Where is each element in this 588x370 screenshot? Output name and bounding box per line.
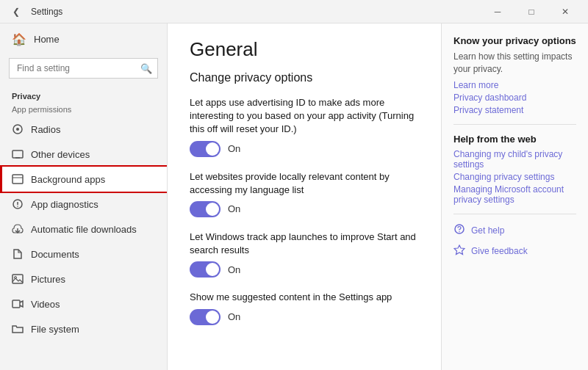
- page-title: General: [190, 38, 419, 61]
- sidebar-item-auto-file-downloads-label: Automatic file downloads: [31, 224, 137, 235]
- sidebar-item-other-devices-label: Other devices: [31, 149, 90, 160]
- svg-rect-4: [12, 175, 23, 184]
- background-apps-icon: [12, 173, 24, 185]
- option-text-3: Let Windows track app launches to improv…: [190, 231, 419, 257]
- svg-point-14: [459, 231, 459, 231]
- toggle-4[interactable]: [190, 309, 220, 325]
- give-feedback-icon: [453, 244, 465, 258]
- sidebar-item-documents-label: Documents: [31, 249, 79, 260]
- toggle-label-1: On: [228, 143, 240, 154]
- close-button[interactable]: ✕: [548, 0, 582, 23]
- help-from-web-title: Help from the web: [453, 134, 576, 145]
- toggle-row-1: On: [190, 141, 419, 157]
- know-privacy-section: Know your privacy options Learn how this…: [453, 35, 576, 115]
- divider-1: [453, 124, 576, 125]
- pictures-icon: [12, 273, 24, 285]
- option-text-2: Let websites provide locally relevant co…: [190, 170, 419, 197]
- svg-rect-10: [12, 275, 23, 283]
- get-help-label[interactable]: Get help: [471, 225, 504, 236]
- privacy-dashboard-link[interactable]: Privacy dashboard: [453, 92, 576, 103]
- svg-rect-2: [12, 150, 23, 158]
- toggle-1[interactable]: [190, 141, 220, 157]
- sidebar-item-auto-file-downloads[interactable]: Automatic file downloads: [0, 217, 167, 242]
- toggle-label-2: On: [228, 203, 240, 214]
- back-button[interactable]: ❮: [6, 1, 26, 22]
- file-system-icon: [12, 323, 24, 335]
- toggle-row-3: On: [190, 261, 419, 278]
- option-row-3: Let Windows track app launches to improv…: [190, 231, 419, 278]
- toggle-2[interactable]: [190, 201, 220, 217]
- get-help-item[interactable]: Get help: [453, 223, 576, 238]
- sidebar-item-other-devices[interactable]: Other devices: [0, 142, 167, 167]
- other-devices-icon: [12, 148, 24, 160]
- sidebar-item-file-system-label: File system: [31, 324, 79, 335]
- sidebar: 🏠 Home 🔍 Privacy App permissions Radios …: [0, 23, 168, 370]
- home-icon: 🏠: [12, 32, 26, 46]
- changing-privacy-link[interactable]: Changing privacy settings: [453, 172, 576, 182]
- sidebar-item-documents[interactable]: Documents: [0, 242, 167, 266]
- sidebar-item-pictures-label: Pictures: [31, 274, 65, 285]
- search-input[interactable]: [9, 58, 158, 79]
- sidebar-item-pictures[interactable]: Pictures: [0, 266, 167, 291]
- option-row-4: Show me suggested content in the Setting…: [190, 291, 419, 324]
- give-feedback-label[interactable]: Give feedback: [471, 246, 528, 256]
- divider-2: [453, 214, 576, 214]
- option-row-1: Let apps use advertising ID to make ads …: [190, 96, 419, 157]
- give-feedback-item[interactable]: Give feedback: [453, 244, 576, 258]
- videos-icon: [12, 298, 24, 310]
- toggle-label-4: On: [228, 311, 240, 322]
- right-panel: Know your privacy options Learn how this…: [441, 23, 588, 370]
- documents-icon: [12, 248, 24, 260]
- home-label: Home: [34, 34, 60, 45]
- svg-rect-12: [12, 300, 20, 308]
- search-icon: 🔍: [140, 63, 152, 74]
- option-row-2: Let websites provide locally relevant co…: [190, 170, 419, 217]
- option-text-4: Show me suggested content in the Setting…: [190, 291, 419, 304]
- option-text-1: Let apps use advertising ID to make ads …: [190, 96, 419, 137]
- know-privacy-text: Learn how this setting impacts your priv…: [453, 51, 576, 76]
- get-help-icon: [453, 223, 465, 238]
- sidebar-item-videos-label: Videos: [31, 299, 60, 310]
- main-layout: 🏠 Home 🔍 Privacy App permissions Radios …: [0, 23, 588, 370]
- svg-point-8: [17, 206, 18, 207]
- auto-file-downloads-icon: [12, 223, 24, 235]
- toggle-3[interactable]: [190, 261, 220, 278]
- toggle-row-4: On: [190, 309, 419, 325]
- window-controls: ─ □ ✕: [481, 0, 582, 23]
- maximize-button[interactable]: □: [514, 0, 548, 23]
- titlebar: ❮ Settings ─ □ ✕: [0, 0, 588, 23]
- privacy-statement-link[interactable]: Privacy statement: [453, 105, 576, 115]
- app-diagnostics-icon: [12, 198, 24, 210]
- sidebar-item-file-system[interactable]: File system: [0, 316, 167, 341]
- sidebar-item-app-diagnostics[interactable]: App diagnostics: [0, 192, 167, 217]
- main-content: General Change privacy options Let apps …: [168, 23, 441, 370]
- toggle-label-3: On: [228, 264, 240, 275]
- sidebar-search-container: 🔍: [9, 58, 158, 79]
- app-permissions-label: App permissions: [0, 104, 167, 117]
- microsoft-account-privacy-link[interactable]: Managing Microsoft account privacy setti…: [453, 184, 576, 205]
- svg-point-1: [16, 128, 19, 131]
- privacy-section-label: Privacy: [0, 86, 167, 104]
- radios-icon: [12, 123, 24, 135]
- sidebar-item-background-apps[interactable]: Background apps: [0, 167, 167, 192]
- toggle-row-2: On: [190, 201, 419, 217]
- sidebar-item-background-apps-label: Background apps: [31, 174, 105, 185]
- sidebar-item-radios[interactable]: Radios: [0, 117, 167, 142]
- sidebar-home[interactable]: 🏠 Home: [0, 23, 167, 55]
- sidebar-item-app-diagnostics-label: App diagnostics: [31, 199, 98, 210]
- sidebar-item-videos[interactable]: Videos: [0, 291, 167, 316]
- learn-more-link[interactable]: Learn more: [453, 80, 576, 90]
- help-from-web-section: Help from the web Changing my child's pr…: [453, 134, 576, 205]
- titlebar-title: Settings: [31, 7, 481, 17]
- sidebar-item-radios-label: Radios: [31, 124, 60, 135]
- child-privacy-link[interactable]: Changing my child's privacy settings: [453, 149, 576, 170]
- know-privacy-title: Know your privacy options: [453, 35, 576, 46]
- minimize-button[interactable]: ─: [481, 0, 514, 23]
- section-title: Change privacy options: [190, 71, 419, 84]
